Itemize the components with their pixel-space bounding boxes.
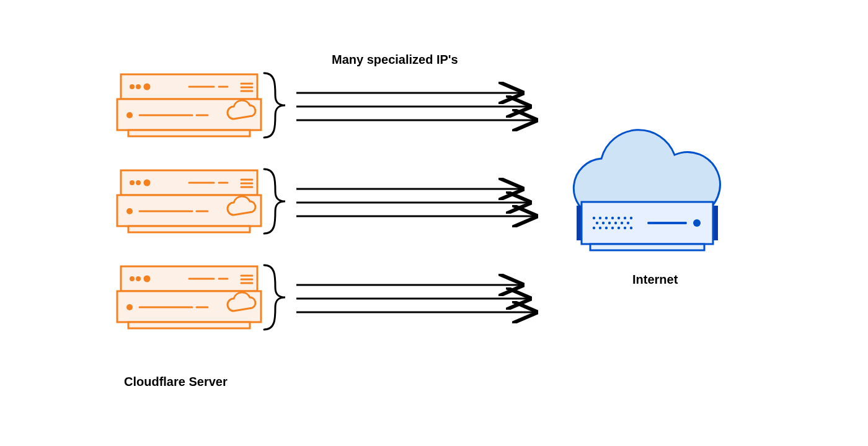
internet-server-icon <box>577 202 718 250</box>
arrow-group-3 <box>296 285 534 312</box>
svg-point-45 <box>630 227 632 229</box>
svg-point-47 <box>693 219 701 227</box>
brace-2 <box>264 169 285 234</box>
brace-3 <box>264 265 285 330</box>
svg-point-37 <box>621 222 623 224</box>
svg-point-31 <box>624 217 626 219</box>
svg-point-27 <box>599 217 601 219</box>
svg-point-26 <box>593 217 595 219</box>
svg-point-28 <box>605 217 608 219</box>
svg-point-40 <box>599 227 601 229</box>
svg-point-36 <box>614 222 617 224</box>
arrow-group-2 <box>296 189 534 216</box>
arrow-group-1 <box>296 93 534 120</box>
svg-point-44 <box>624 227 626 229</box>
svg-point-30 <box>618 217 620 219</box>
svg-point-32 <box>630 217 632 219</box>
brace-1 <box>264 73 285 138</box>
diagram-stage: Many specialized IP's Cloudflare Server … <box>0 0 868 446</box>
svg-point-43 <box>618 227 620 229</box>
svg-point-34 <box>602 222 604 224</box>
server-stack-1 <box>117 74 261 136</box>
svg-point-41 <box>605 227 608 229</box>
server-stack-2 <box>117 170 261 232</box>
svg-point-39 <box>593 227 595 229</box>
svg-rect-48 <box>590 244 704 250</box>
svg-point-29 <box>611 217 614 219</box>
svg-point-35 <box>608 222 611 224</box>
svg-point-38 <box>627 222 629 224</box>
server-stack-3 <box>117 266 261 328</box>
svg-point-33 <box>596 222 598 224</box>
internet-group <box>574 130 720 250</box>
svg-point-42 <box>611 227 614 229</box>
